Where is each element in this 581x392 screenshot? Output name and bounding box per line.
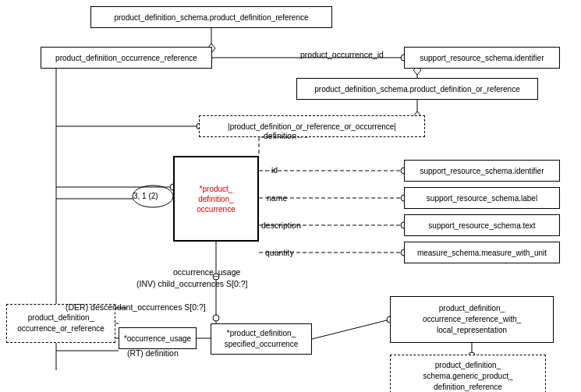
support-label-box: support_resource_schema.label <box>404 187 560 209</box>
product-def-occurrence-label: *product_definition_occurrence <box>197 184 235 214</box>
occurrence-usage-box: *occurrence_usage <box>119 327 197 349</box>
generic-product-def-ref-label: product_definition_schema.generic_produc… <box>423 360 512 393</box>
diagram: product_definition_schema.product_defini… <box>0 0 581 392</box>
rt-definition-label: (RT) definition <box>127 348 179 358</box>
der-descendant-label: (DER) descendant_occurrences S[0:?] <box>66 302 206 312</box>
inv-child-label: (INV) child_occurrences S[0:?] <box>136 279 247 288</box>
description-label: description <box>261 221 301 230</box>
definition-label: definition <box>264 131 296 140</box>
product-def-schema-ref-box: product_definition_schema.product_defini… <box>90 6 332 28</box>
product-def-or-ref-or-occ-box: |product_definition_or_reference_or_occu… <box>199 115 425 137</box>
svg-point-27 <box>213 315 219 321</box>
product-def-specified-occ-label: *product_definition_specified_occurrence <box>225 328 299 350</box>
generic-product-def-ref-box: product_definition_schema.generic_produc… <box>390 355 546 392</box>
id-label: id <box>271 165 278 175</box>
name-label: name <box>267 193 287 203</box>
occ-ref-local-label: product_definition_occurrence_reference_… <box>423 303 521 336</box>
svg-line-33 <box>312 320 390 339</box>
support-identifier2-box: support_resource_schema.identifier <box>404 160 560 182</box>
count-label: 3, 1 (2) <box>133 192 158 200</box>
product-def-occurrence-box: *product_definition_occurrence <box>173 156 259 242</box>
product-def-or-ref-box: product_definition_schema.product_defini… <box>296 78 538 100</box>
occ-ref-local-box: product_definition_occurrence_reference_… <box>390 296 554 343</box>
support-identifier-box: support_resource_schema.identifier <box>404 47 560 69</box>
measure-unit-box: measure_schema.measure_with_unit <box>404 242 560 263</box>
product-def-or-reference-label: product_definition_occurrence_or_referen… <box>17 313 105 334</box>
quantity-label: quantity <box>265 248 294 257</box>
product-occurrence-id-label: product_occurrence_id <box>300 50 384 59</box>
occurrence-usage-label: occurrence_usage <box>173 267 240 277</box>
support-text-box: support_resource_schema.text <box>404 214 560 236</box>
product-def-specified-occ-box: *product_definition_specified_occurrence <box>211 323 312 355</box>
product-def-occ-ref-box: product_definition_occurrence_reference <box>41 47 212 69</box>
